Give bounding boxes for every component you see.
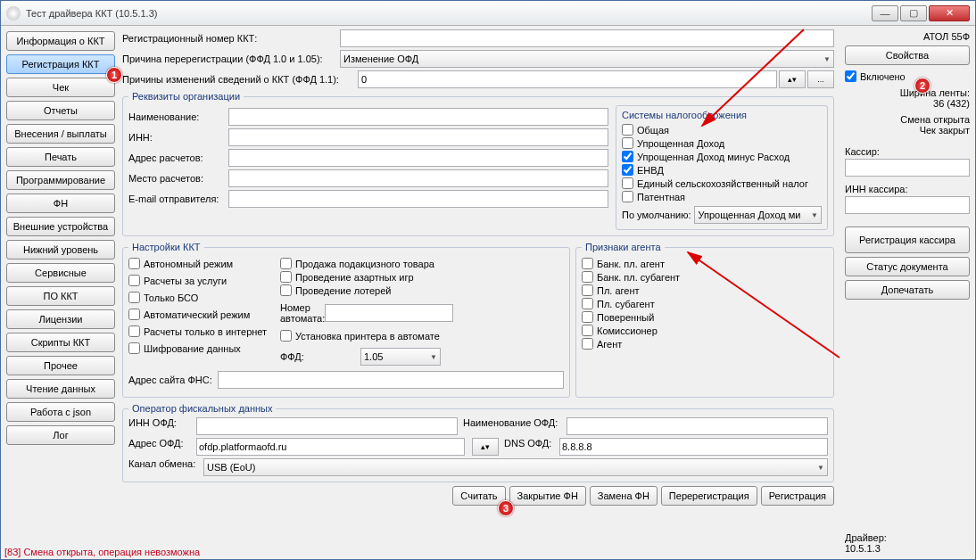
nav-программирование[interactable]: Программирование — [6, 170, 115, 190]
status-bar: [83] Смена открыта, операция невозможна — [4, 547, 200, 557]
ofd-port-spinner[interactable]: ▴▾ — [472, 438, 499, 456]
tax-checkbox[interactable]: Упрощенная Доход — [622, 137, 822, 149]
tax-checkbox[interactable]: Общая — [622, 124, 822, 136]
nav-внешние-устройства[interactable]: Внешние устройства — [6, 217, 115, 236]
agent-checkbox[interactable]: Поверенный — [582, 311, 828, 323]
agent-checkbox[interactable]: Пл. субагент — [582, 298, 828, 309]
kkt-checkbox[interactable]: Шифрование данных — [128, 342, 271, 354]
org-place-input[interactable] — [228, 169, 608, 187]
ofd-dns-input[interactable] — [559, 438, 828, 456]
tape-value: 36 (432) — [845, 98, 970, 109]
fns-label: Адрес сайта ФНС: — [128, 375, 218, 385]
nav-печать[interactable]: Печать — [6, 147, 115, 167]
change-spinner[interactable]: ▴▾ — [779, 70, 806, 88]
cashier-inn-label: ИНН кассира: — [845, 184, 970, 194]
agent-checkbox[interactable]: Банк. пл. субагент — [582, 271, 828, 283]
ofd-addr-input[interactable] — [196, 438, 465, 456]
kkt-checkbox[interactable]: Расчеты за услуги — [128, 275, 271, 286]
cashier-label: Кассир: — [845, 146, 970, 157]
ofd-fieldset: Оператор фискальных данных ИНН ОФД: Наим… — [122, 403, 834, 482]
minimize-button[interactable]: — — [872, 5, 898, 21]
cashier-input[interactable] — [845, 159, 970, 177]
считать-button[interactable]: Считать — [452, 486, 505, 506]
ofd-name-label: Наименование ОФД: — [463, 417, 561, 435]
ofd-dns-label: DNS ОФД: — [504, 438, 554, 456]
nav-регистрация-ккт[interactable]: Регистрация ККТ — [6, 54, 115, 74]
nav-сервисные[interactable]: Сервисные — [6, 263, 115, 283]
maximize-button[interactable]: ▢ — [900, 5, 927, 21]
cheque-status: Чек закрыт — [845, 125, 970, 136]
properties-button[interactable]: Свойства — [845, 45, 970, 65]
kkt-checkbox[interactable]: Продажа подакцизного товара — [280, 258, 441, 269]
закрытие-фн-button[interactable]: Закрытие ФН — [509, 486, 586, 506]
tax-checkbox[interactable]: Патентная — [622, 191, 822, 202]
nav-по-ккт[interactable]: ПО ККТ — [6, 286, 115, 306]
titlebar: Тест драйвера ККТ (10.5.1.3) — ▢ ✕ — [1, 1, 975, 26]
ofd-chan-select[interactable]: USB (EoU)▼ — [203, 458, 828, 476]
left-nav: Информация о ККТРегистрация ККТЧекОтчеты… — [1, 26, 120, 559]
nav-лицензии[interactable]: Лицензии — [6, 309, 115, 329]
reason-label: Причина перерегистрации (ФФД 1.0 и 1.05)… — [122, 54, 340, 64]
cashier-inn-input[interactable] — [845, 196, 970, 214]
nav-отчеты[interactable]: Отчеты — [6, 101, 115, 120]
перерегистрация-button[interactable]: Перерегистрация — [661, 486, 757, 506]
замена-фн-button[interactable]: Замена ФН — [590, 486, 658, 506]
nav-чек[interactable]: Чек — [6, 78, 115, 97]
enabled-checkbox[interactable]: Включено — [845, 70, 970, 82]
agent-checkbox[interactable]: Комиссионер — [582, 325, 828, 336]
agent-checkbox[interactable]: Банк. пл. агент — [582, 258, 828, 269]
ffd-select[interactable]: 1.05▼ — [360, 348, 441, 366]
kkt-checkbox[interactable]: Проведение лотерей — [280, 284, 441, 296]
nav-скрипты-ккт[interactable]: Скрипты ККТ — [6, 333, 115, 352]
ofd-addr-label: Адрес ОФД: — [128, 438, 191, 456]
kkt-checkbox[interactable]: Автоматический режим — [128, 309, 271, 320]
org-email-input[interactable] — [228, 190, 608, 208]
kkt-checkbox[interactable]: Расчеты только в интернет — [128, 325, 271, 337]
tax-checkbox[interactable]: ЕНВД — [622, 164, 822, 176]
tax-box: Системы налогообложения ОбщаяУпрощенная … — [616, 105, 828, 230]
org-legend: Реквизиты организации — [128, 91, 244, 102]
nav-внесения-выплаты[interactable]: Внесения / выплаты — [6, 124, 115, 144]
agent-legend: Признаки агента — [582, 242, 665, 252]
nav-работа-с-json[interactable]: Работа с json — [6, 402, 115, 422]
doc-status-button[interactable]: Статус документа — [845, 257, 970, 276]
регистрация-button[interactable]: Регистрация — [761, 486, 834, 506]
tax-default-select[interactable]: Упрощенная Доход ми ▼ — [694, 206, 822, 224]
agent-checkbox[interactable]: Пл. агент — [582, 284, 828, 296]
chevron-down-icon: ▼ — [811, 211, 818, 219]
nav-нижний-уровень[interactable]: Нижний уровень — [6, 240, 115, 259]
agent-checkbox[interactable]: Агент — [582, 338, 828, 350]
register-cashier-button[interactable]: Регистрация кассира — [845, 226, 970, 253]
num-auto-label: Номер автомата: — [280, 302, 325, 324]
nav-информация-о-ккт[interactable]: Информация о ККТ — [6, 31, 115, 51]
nav-лог[interactable]: Лог — [6, 425, 115, 445]
kkt-legend: Настройки ККТ — [128, 242, 204, 252]
change-value-input[interactable] — [358, 70, 777, 88]
nav-прочее[interactable]: Прочее — [6, 356, 115, 375]
num-auto-input[interactable] — [325, 304, 453, 322]
printer-checkbox[interactable]: Установка принтера в автомате — [280, 330, 441, 342]
tax-checkbox[interactable]: Единый сельскохозяйственный налог — [622, 177, 822, 189]
org-inn-label: ИНН: — [128, 132, 228, 143]
org-addr-input[interactable] — [228, 149, 608, 167]
kkt-checkbox[interactable]: Проведение азартных игр — [280, 271, 441, 283]
nav-фн[interactable]: ФН — [6, 194, 115, 213]
change-browse-button[interactable]: ... — [807, 70, 834, 88]
org-name-label: Наименование: — [128, 111, 228, 122]
reg-num-input[interactable] — [340, 29, 834, 47]
org-inn-input[interactable] — [228, 128, 608, 146]
kkt-checkbox[interactable]: Только БСО — [128, 292, 271, 303]
ofd-inn-input[interactable] — [196, 417, 458, 435]
nav-чтение-данных[interactable]: Чтение данных — [6, 379, 115, 399]
close-button[interactable]: ✕ — [929, 5, 970, 21]
chevron-down-icon: ▼ — [430, 353, 437, 361]
org-name-input[interactable] — [228, 108, 608, 126]
reprint-button[interactable]: Допечатать — [845, 280, 970, 300]
annotation-badge-1: 1 — [106, 67, 122, 83]
ofd-name-input[interactable] — [567, 417, 828, 435]
fns-input[interactable] — [218, 371, 564, 389]
reason-select[interactable]: Изменение ОФД ▼ — [340, 50, 834, 68]
org-place-label: Место расчетов: — [128, 173, 228, 184]
tax-checkbox[interactable]: Упрощенная Доход минус Расход — [622, 151, 822, 162]
kkt-checkbox[interactable]: Автономный режим — [128, 258, 271, 269]
